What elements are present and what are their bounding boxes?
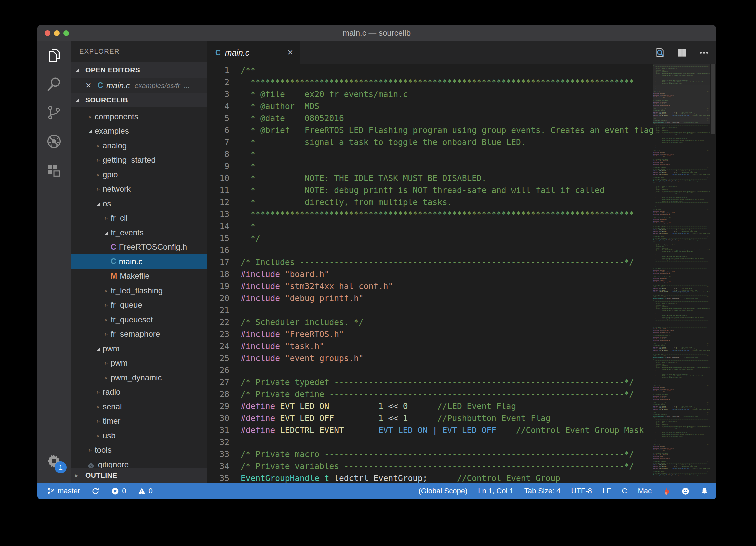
code-line[interactable]: ****************************************… — [653, 437, 710, 439]
close-editor-icon[interactable]: ✕ — [85, 81, 91, 90]
code-line[interactable]: ****************************************… — [241, 208, 653, 220]
code-line[interactable]: #define LEDCTRL_EVENT EVT_LED_ON | EVT_L… — [653, 232, 710, 234]
code-line[interactable]: * — [241, 220, 653, 232]
tree-item-freertosconfig-h[interactable]: CFreeRTOSConfig.h — [71, 240, 207, 255]
tree-item-examples[interactable]: ◢examples — [71, 124, 207, 139]
tree-item-main-c[interactable]: Cmain.c — [71, 254, 207, 269]
tree-item-fr-queue[interactable]: ▹fr_queue — [71, 298, 207, 313]
code-line[interactable]: #include "stm32f4xx_hal_conf.h" — [241, 280, 653, 292]
scrollbar[interactable] — [710, 64, 716, 483]
status-sync[interactable] — [91, 487, 100, 495]
tree-item-fr-queueset[interactable]: ▹fr_queueset — [71, 312, 207, 327]
code-line[interactable]: #define LEDCTRL_EVENT EVT_LED_ON | EVT_L… — [653, 409, 710, 410]
activity-debug-button[interactable] — [37, 127, 71, 156]
code-line[interactable]: ****************************************… — [241, 76, 653, 88]
tree-item-usb[interactable]: ▹usb — [71, 428, 207, 443]
code-line[interactable]: #include "task.h" — [241, 340, 653, 352]
code-line[interactable]: * @date 08052016 — [241, 112, 653, 124]
activity-search-button[interactable] — [37, 70, 71, 98]
code-line[interactable]: EventGroupHandle_t ledctrl_EventGroup; /… — [653, 474, 710, 476]
minimap[interactable]: /** ************************************… — [653, 64, 710, 483]
code-line[interactable] — [241, 364, 653, 376]
open-editor-item-main-c[interactable]: ✕ C main.c examples/os/fr_... — [71, 78, 207, 93]
open-editors-header[interactable]: ◢ OPEN EDITORS — [71, 62, 207, 78]
sourcelib-section-header[interactable]: ◢ SOURCELIB — [71, 93, 207, 107]
find-in-file-button[interactable] — [653, 46, 667, 59]
activity-source-control-button[interactable] — [37, 98, 71, 127]
close-tab-icon[interactable]: ✕ — [287, 48, 293, 57]
outline-section-header[interactable]: ▹ OUTLINE — [71, 468, 207, 483]
code-line[interactable]: * directly, from multiple tasks. — [241, 196, 653, 208]
status-tab-size[interactable]: Tab Size: 4 — [524, 487, 561, 495]
minimap-slider[interactable] — [653, 64, 710, 124]
status-encoding[interactable]: UTF-8 — [571, 487, 592, 495]
tree-item-components[interactable]: ▹components — [71, 109, 207, 124]
settings-gear-container[interactable]: 1 — [37, 453, 71, 469]
tree-item-os[interactable]: ◢os — [71, 196, 207, 211]
code-line[interactable]: * @file ex20_fr_events/main.c — [241, 88, 653, 100]
tree-item-fr-events[interactable]: ◢fr_events — [71, 225, 207, 240]
code-line[interactable]: /* Private typedef ---------------------… — [241, 376, 653, 388]
code-line[interactable]: * — [241, 160, 653, 172]
code-line[interactable]: #define EVT_LED_OFF 1 << 1 //Pushbutton … — [241, 412, 653, 424]
code-line[interactable]: /* Private macro -----------------------… — [241, 448, 653, 460]
tree-item-analog[interactable]: ▹analog — [71, 138, 207, 153]
code-line[interactable] — [241, 244, 653, 256]
code-line[interactable]: ****************************************… — [653, 261, 710, 263]
status-cursor-position[interactable]: Ln 1, Col 1 — [478, 487, 513, 495]
tree-item-gpio[interactable]: ▹gpio — [71, 167, 207, 182]
status-language[interactable]: C — [622, 487, 627, 495]
status-eol[interactable]: LF — [603, 487, 611, 495]
status-warnings[interactable]: 0 — [138, 487, 153, 495]
status-notifications[interactable] — [700, 487, 709, 495]
code-line[interactable]: * NOTE: debug_printf is NOT thread-safe … — [241, 184, 653, 196]
tree-item-pwm[interactable]: ▹pwm — [71, 356, 207, 371]
code-line[interactable]: ****************************************… — [653, 320, 710, 321]
tree-item-getting-started[interactable]: ▹getting_started — [71, 153, 207, 168]
code-line[interactable]: * NOTE: THE IDLE TASK MUST BE DISABLED. — [241, 172, 653, 184]
tree-item-radio[interactable]: ▹radio — [71, 385, 207, 400]
tree-item-fr-cli[interactable]: ▹fr_cli — [71, 211, 207, 226]
status-flame[interactable] — [662, 487, 671, 495]
code-line[interactable]: /* Scheduler includes. */ — [241, 316, 653, 328]
code-line[interactable]: #include "debug_printf.h" — [241, 292, 653, 304]
code-line[interactable]: #define LEDCTRL_EVENT EVT_LED_ON | EVT_L… — [653, 174, 710, 175]
code-line[interactable]: #include "FreeRTOS.h" — [241, 328, 653, 340]
code-line[interactable]: /* Private variables -------------------… — [241, 460, 653, 472]
code-editor[interactable]: 1234567891011121314151617181920212223242… — [207, 64, 716, 483]
code-content[interactable]: /** ************************************… — [241, 64, 653, 483]
tree-item-timer[interactable]: ▹timer — [71, 414, 207, 429]
code-line[interactable]: #define EVT_LED_ON 1 << 0 //LED Event Fl… — [241, 400, 653, 412]
activity-extensions-button[interactable] — [37, 156, 71, 184]
code-line[interactable] — [241, 436, 653, 448]
code-line[interactable]: #include "board.h" — [241, 268, 653, 280]
status-errors[interactable]: 0 — [111, 487, 126, 495]
code-line[interactable]: */ — [241, 232, 653, 244]
tree-item-fr-led-flashing[interactable]: ▹fr_led_flashing — [71, 283, 207, 298]
tree-item-fr-semaphore[interactable]: ▹fr_semaphore — [71, 327, 207, 342]
tree-item-tools[interactable]: ▹tools — [71, 443, 207, 458]
code-line[interactable]: #define LEDCTRL_EVENT EVT_LED_ON | EVT_L… — [653, 350, 710, 352]
tree-item-pwm-dynamic[interactable]: ▹pwm_dynamic — [71, 370, 207, 385]
status-scope[interactable]: (Global Scope) — [419, 487, 468, 495]
titlebar[interactable]: main.c — sourcelib — [37, 25, 716, 41]
code-line[interactable] — [241, 304, 653, 316]
more-actions-button[interactable] — [697, 46, 711, 59]
code-line[interactable]: ****************************************… — [653, 378, 710, 380]
code-line[interactable]: * @brief FreeRTOS LED Flashing program u… — [241, 124, 653, 136]
code-line[interactable]: ****************************************… — [653, 143, 710, 145]
code-line[interactable]: #define LEDCTRL_EVENT EVT_LED_ON | EVT_L… — [653, 291, 710, 293]
code-line[interactable]: #define LEDCTRL_EVENT EVT_LED_ON | EVT_L… — [241, 424, 653, 436]
code-line[interactable]: * @author MDS — [241, 100, 653, 112]
code-line[interactable]: ****************************************… — [653, 202, 710, 204]
tab-main-c[interactable]: C main.c ✕ — [207, 41, 300, 64]
split-editor-button[interactable] — [675, 46, 689, 59]
status-feedback[interactable] — [681, 487, 690, 495]
tree-item-network[interactable]: ▹network — [71, 182, 207, 197]
tree-item-gitignore[interactable]: gitignore — [71, 457, 207, 468]
code-line[interactable]: EventGroupHandle_t ledctrl_EventGroup; /… — [241, 472, 653, 483]
tree-item-pwm[interactable]: ◢pwm — [71, 341, 207, 356]
code-line[interactable]: /* Private define ----------------------… — [241, 388, 653, 400]
activity-explorer-button[interactable] — [37, 41, 71, 70]
code-line[interactable]: /* Includes ----------------------------… — [241, 256, 653, 268]
